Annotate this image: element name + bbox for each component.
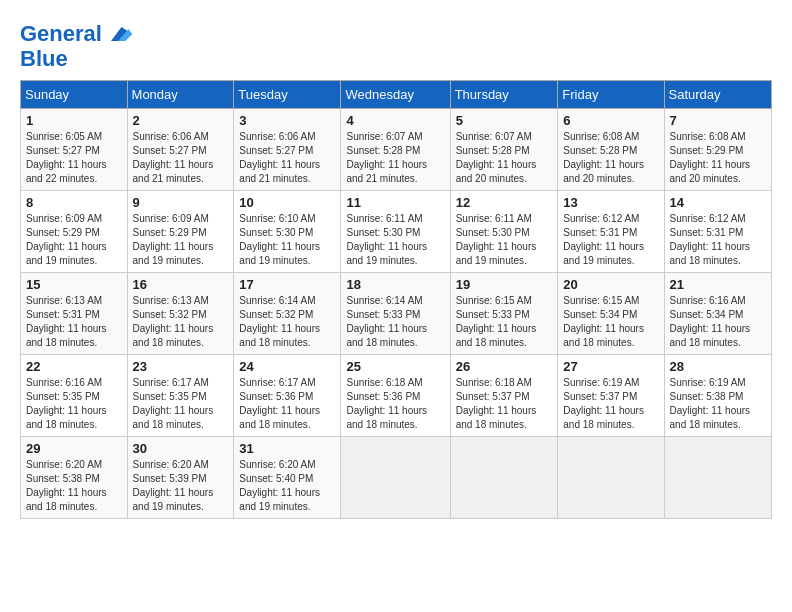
calendar-cell: 22Sunrise: 6:16 AM Sunset: 5:35 PM Dayli… [21, 355, 128, 437]
calendar-cell: 8Sunrise: 6:09 AM Sunset: 5:29 PM Daylig… [21, 191, 128, 273]
day-number: 23 [133, 359, 229, 374]
calendar-cell: 31Sunrise: 6:20 AM Sunset: 5:40 PM Dayli… [234, 437, 341, 519]
day-info: Sunrise: 6:08 AM Sunset: 5:29 PM Dayligh… [670, 130, 766, 186]
day-info: Sunrise: 6:17 AM Sunset: 5:36 PM Dayligh… [239, 376, 335, 432]
day-info: Sunrise: 6:05 AM Sunset: 5:27 PM Dayligh… [26, 130, 122, 186]
day-number: 27 [563, 359, 658, 374]
day-info: Sunrise: 6:14 AM Sunset: 5:32 PM Dayligh… [239, 294, 335, 350]
calendar-cell: 5Sunrise: 6:07 AM Sunset: 5:28 PM Daylig… [450, 109, 558, 191]
day-number: 16 [133, 277, 229, 292]
header-day-tuesday: Tuesday [234, 81, 341, 109]
day-number: 6 [563, 113, 658, 128]
day-number: 3 [239, 113, 335, 128]
day-info: Sunrise: 6:17 AM Sunset: 5:35 PM Dayligh… [133, 376, 229, 432]
calendar-cell: 24Sunrise: 6:17 AM Sunset: 5:36 PM Dayli… [234, 355, 341, 437]
day-number: 9 [133, 195, 229, 210]
calendar-cell: 10Sunrise: 6:10 AM Sunset: 5:30 PM Dayli… [234, 191, 341, 273]
calendar-cell: 15Sunrise: 6:13 AM Sunset: 5:31 PM Dayli… [21, 273, 128, 355]
header-day-saturday: Saturday [664, 81, 771, 109]
day-info: Sunrise: 6:07 AM Sunset: 5:28 PM Dayligh… [456, 130, 553, 186]
calendar-cell: 28Sunrise: 6:19 AM Sunset: 5:38 PM Dayli… [664, 355, 771, 437]
day-info: Sunrise: 6:09 AM Sunset: 5:29 PM Dayligh… [26, 212, 122, 268]
calendar-cell: 14Sunrise: 6:12 AM Sunset: 5:31 PM Dayli… [664, 191, 771, 273]
calendar-cell: 1Sunrise: 6:05 AM Sunset: 5:27 PM Daylig… [21, 109, 128, 191]
day-number: 28 [670, 359, 766, 374]
day-number: 17 [239, 277, 335, 292]
day-number: 19 [456, 277, 553, 292]
calendar-cell [664, 437, 771, 519]
day-number: 14 [670, 195, 766, 210]
calendar-cell: 19Sunrise: 6:15 AM Sunset: 5:33 PM Dayli… [450, 273, 558, 355]
day-info: Sunrise: 6:12 AM Sunset: 5:31 PM Dayligh… [563, 212, 658, 268]
calendar-cell [450, 437, 558, 519]
calendar-table: SundayMondayTuesdayWednesdayThursdayFrid… [20, 80, 772, 519]
calendar-cell: 30Sunrise: 6:20 AM Sunset: 5:39 PM Dayli… [127, 437, 234, 519]
header-day-monday: Monday [127, 81, 234, 109]
day-number: 29 [26, 441, 122, 456]
day-info: Sunrise: 6:19 AM Sunset: 5:38 PM Dayligh… [670, 376, 766, 432]
logo-blue: Blue [20, 48, 132, 70]
day-number: 4 [346, 113, 444, 128]
logo-icon [104, 20, 132, 48]
calendar-cell: 9Sunrise: 6:09 AM Sunset: 5:29 PM Daylig… [127, 191, 234, 273]
day-number: 21 [670, 277, 766, 292]
day-info: Sunrise: 6:06 AM Sunset: 5:27 PM Dayligh… [239, 130, 335, 186]
day-info: Sunrise: 6:10 AM Sunset: 5:30 PM Dayligh… [239, 212, 335, 268]
calendar-cell: 25Sunrise: 6:18 AM Sunset: 5:36 PM Dayli… [341, 355, 450, 437]
day-number: 11 [346, 195, 444, 210]
calendar-cell: 11Sunrise: 6:11 AM Sunset: 5:30 PM Dayli… [341, 191, 450, 273]
day-number: 1 [26, 113, 122, 128]
day-info: Sunrise: 6:07 AM Sunset: 5:28 PM Dayligh… [346, 130, 444, 186]
day-info: Sunrise: 6:19 AM Sunset: 5:37 PM Dayligh… [563, 376, 658, 432]
calendar-week-3: 15Sunrise: 6:13 AM Sunset: 5:31 PM Dayli… [21, 273, 772, 355]
day-number: 30 [133, 441, 229, 456]
calendar-cell: 6Sunrise: 6:08 AM Sunset: 5:28 PM Daylig… [558, 109, 664, 191]
calendar-cell: 13Sunrise: 6:12 AM Sunset: 5:31 PM Dayli… [558, 191, 664, 273]
day-number: 15 [26, 277, 122, 292]
day-info: Sunrise: 6:20 AM Sunset: 5:39 PM Dayligh… [133, 458, 229, 514]
header-day-thursday: Thursday [450, 81, 558, 109]
calendar-cell: 20Sunrise: 6:15 AM Sunset: 5:34 PM Dayli… [558, 273, 664, 355]
header-day-sunday: Sunday [21, 81, 128, 109]
calendar-cell: 17Sunrise: 6:14 AM Sunset: 5:32 PM Dayli… [234, 273, 341, 355]
header-day-friday: Friday [558, 81, 664, 109]
day-number: 24 [239, 359, 335, 374]
calendar-cell: 23Sunrise: 6:17 AM Sunset: 5:35 PM Dayli… [127, 355, 234, 437]
day-info: Sunrise: 6:11 AM Sunset: 5:30 PM Dayligh… [346, 212, 444, 268]
day-info: Sunrise: 6:18 AM Sunset: 5:36 PM Dayligh… [346, 376, 444, 432]
day-info: Sunrise: 6:12 AM Sunset: 5:31 PM Dayligh… [670, 212, 766, 268]
day-number: 22 [26, 359, 122, 374]
calendar-cell [341, 437, 450, 519]
day-number: 20 [563, 277, 658, 292]
header-day-wednesday: Wednesday [341, 81, 450, 109]
calendar-cell: 16Sunrise: 6:13 AM Sunset: 5:32 PM Dayli… [127, 273, 234, 355]
day-number: 25 [346, 359, 444, 374]
logo-text: General [20, 22, 102, 46]
day-number: 31 [239, 441, 335, 456]
calendar-cell: 4Sunrise: 6:07 AM Sunset: 5:28 PM Daylig… [341, 109, 450, 191]
calendar-cell: 29Sunrise: 6:20 AM Sunset: 5:38 PM Dayli… [21, 437, 128, 519]
day-info: Sunrise: 6:14 AM Sunset: 5:33 PM Dayligh… [346, 294, 444, 350]
day-number: 13 [563, 195, 658, 210]
day-number: 10 [239, 195, 335, 210]
calendar-cell: 21Sunrise: 6:16 AM Sunset: 5:34 PM Dayli… [664, 273, 771, 355]
calendar-cell: 27Sunrise: 6:19 AM Sunset: 5:37 PM Dayli… [558, 355, 664, 437]
day-info: Sunrise: 6:16 AM Sunset: 5:35 PM Dayligh… [26, 376, 122, 432]
calendar-week-5: 29Sunrise: 6:20 AM Sunset: 5:38 PM Dayli… [21, 437, 772, 519]
calendar-week-4: 22Sunrise: 6:16 AM Sunset: 5:35 PM Dayli… [21, 355, 772, 437]
calendar-cell: 7Sunrise: 6:08 AM Sunset: 5:29 PM Daylig… [664, 109, 771, 191]
page-header: General Blue [20, 20, 772, 70]
day-info: Sunrise: 6:16 AM Sunset: 5:34 PM Dayligh… [670, 294, 766, 350]
day-info: Sunrise: 6:11 AM Sunset: 5:30 PM Dayligh… [456, 212, 553, 268]
day-number: 26 [456, 359, 553, 374]
calendar-body: 1Sunrise: 6:05 AM Sunset: 5:27 PM Daylig… [21, 109, 772, 519]
calendar-header-row: SundayMondayTuesdayWednesdayThursdayFrid… [21, 81, 772, 109]
day-info: Sunrise: 6:08 AM Sunset: 5:28 PM Dayligh… [563, 130, 658, 186]
day-info: Sunrise: 6:13 AM Sunset: 5:31 PM Dayligh… [26, 294, 122, 350]
day-number: 5 [456, 113, 553, 128]
calendar-cell: 2Sunrise: 6:06 AM Sunset: 5:27 PM Daylig… [127, 109, 234, 191]
calendar-cell: 3Sunrise: 6:06 AM Sunset: 5:27 PM Daylig… [234, 109, 341, 191]
day-info: Sunrise: 6:15 AM Sunset: 5:33 PM Dayligh… [456, 294, 553, 350]
day-info: Sunrise: 6:13 AM Sunset: 5:32 PM Dayligh… [133, 294, 229, 350]
calendar-week-2: 8Sunrise: 6:09 AM Sunset: 5:29 PM Daylig… [21, 191, 772, 273]
